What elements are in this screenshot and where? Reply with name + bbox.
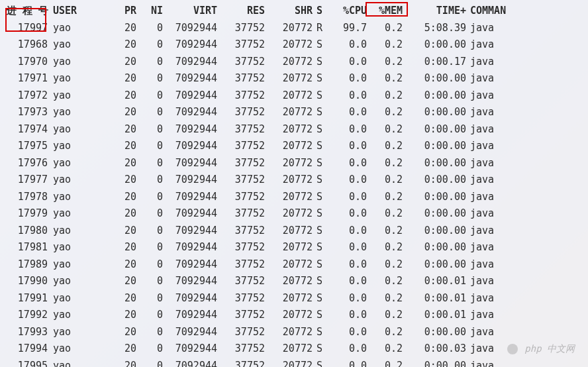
cell-state: S [313,239,326,256]
cell-cpu: 0.0 [326,155,367,172]
cell-res: 37752 [217,324,265,341]
cell-pid: 17968 [7,36,49,54]
cell-command: java [466,205,515,223]
cell-res: 37752 [217,223,265,240]
cell-user: yao [49,54,85,71]
cell-state: S [313,358,326,368]
cell-res: 37752 [217,87,265,105]
cell-pr: 20 [85,121,136,138]
cell-pid: 17970 [7,54,49,71]
cell-cpu: 0.0 [326,358,367,368]
cell-ni: 0 [136,223,163,240]
cell-pr: 20 [85,87,136,105]
process-row: 17994yao20070929443775220772S0.00.20:00.… [7,341,581,358]
cell-res: 37752 [217,155,265,172]
cell-pid: 17971 [7,70,49,87]
process-row: 17980yao20070929443775220772S0.00.20:00.… [7,223,581,240]
cell-user: yao [49,256,85,274]
cell-pid: 17992 [7,307,49,324]
cell-pr: 20 [85,324,136,341]
cell-pr: 20 [85,36,136,54]
cell-mem: 0.2 [367,290,403,307]
cell-cpu: 0.0 [326,239,367,256]
cell-time: 0:00.00 [403,358,466,368]
process-row: 17990yao20070929443775220772S0.00.20:00.… [7,273,581,290]
cell-virt: 7092944 [163,223,217,240]
cell-command: java [466,223,515,240]
cell-time: 0:00.01 [403,273,466,290]
cell-time: 0:00.00 [403,256,466,274]
cell-user: yao [49,36,85,54]
cell-cpu: 0.0 [326,138,367,155]
cell-state: S [313,121,326,138]
cell-mem: 0.2 [367,138,403,155]
cell-shr: 20772 [265,189,313,206]
cell-cpu: 0.0 [326,223,367,240]
cell-ni: 0 [136,138,163,155]
cell-pid: 17994 [7,341,49,358]
cell-res: 37752 [217,205,265,223]
cell-state: R [313,20,326,37]
cell-shr: 20772 [265,121,313,138]
process-row: 17970yao20070929443775220772S0.00.20:00.… [7,54,581,71]
header-pr: PR [85,3,136,20]
cell-shr: 20772 [265,239,313,256]
cell-time: 0:00.00 [403,223,466,240]
cell-shr: 20772 [265,307,313,324]
header-virt: VIRT [163,3,217,20]
cell-time: 0:00.00 [403,87,466,105]
cell-state: S [313,172,326,189]
process-row: 17973yao20070929443775220772S0.00.20:00.… [7,104,581,121]
cell-time: 5:08.39 [403,20,466,37]
process-row: 17991yao20070929443775220772S0.00.20:00.… [7,290,581,307]
cell-cpu: 0.0 [326,205,367,223]
cell-mem: 0.2 [367,20,403,37]
cell-res: 37752 [217,256,265,274]
cell-time: 0:00.00 [403,239,466,256]
cell-ni: 0 [136,189,163,206]
cell-res: 37752 [217,290,265,307]
cell-pr: 20 [85,341,136,358]
cell-user: yao [49,239,85,256]
cell-command: java [466,290,515,307]
cell-mem: 0.2 [367,155,403,172]
cell-ni: 0 [136,54,163,71]
cell-res: 37752 [217,307,265,324]
cell-shr: 20772 [265,273,313,290]
cell-pid: 17975 [7,138,49,155]
cell-mem: 0.2 [367,172,403,189]
cell-mem: 0.2 [367,358,403,368]
cell-pid: 17997 [7,20,49,37]
cell-shr: 20772 [265,324,313,341]
cell-user: yao [49,138,85,155]
php-logo-icon [507,344,518,354]
cell-time: 0:00.03 [403,341,466,358]
cell-user: yao [49,104,85,121]
process-row: 17972yao20070929443775220772S0.00.20:00.… [7,87,581,105]
cell-virt: 7092944 [163,239,217,256]
process-row: 17977yao20070929443775220772S0.00.20:00.… [7,172,581,189]
cell-state: S [313,273,326,290]
cell-pr: 20 [85,54,136,71]
cell-state: S [313,54,326,71]
cell-state: S [313,223,326,240]
cell-time: 0:00.01 [403,290,466,307]
cell-virt: 7092944 [163,256,217,274]
cell-state: S [313,155,326,172]
cell-shr: 20772 [265,290,313,307]
cell-command: java [466,70,515,87]
cell-user: yao [49,205,85,223]
header-cpu: %CPU [326,3,367,20]
cell-cpu: 0.0 [326,341,367,358]
cell-cpu: 0.0 [326,104,367,121]
cell-user: yao [49,121,85,138]
cell-ni: 0 [136,20,163,37]
cell-res: 37752 [217,54,265,71]
cell-ni: 0 [136,290,163,307]
cell-res: 37752 [217,358,265,368]
cell-time: 0:00.00 [403,104,466,121]
cell-user: yao [49,307,85,324]
cell-state: S [313,290,326,307]
cell-command: java [466,36,515,54]
cell-virt: 7092944 [163,307,217,324]
